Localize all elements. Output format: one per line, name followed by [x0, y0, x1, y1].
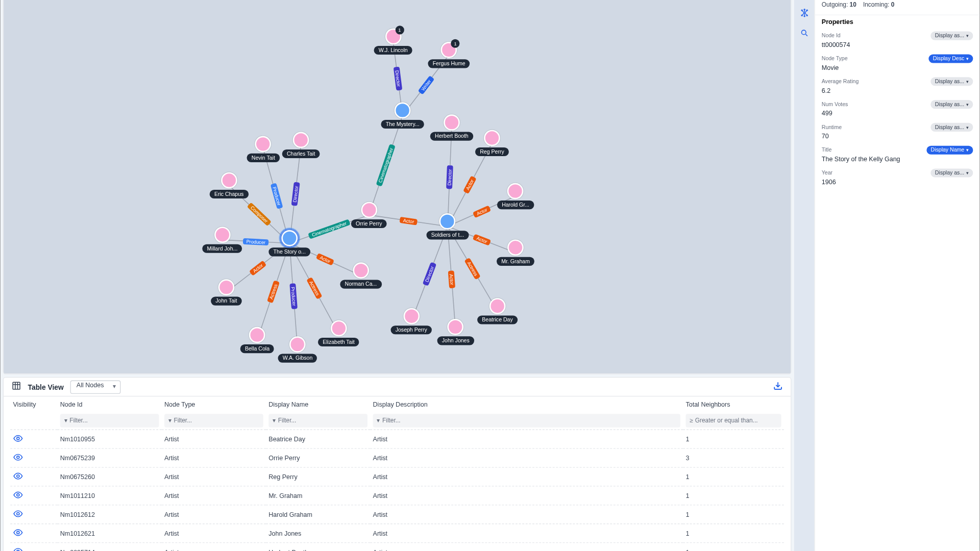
graph-node[interactable]: Harold Gr... — [497, 183, 534, 209]
svg-point-33 — [17, 456, 19, 459]
svg-rect-31 — [13, 382, 20, 389]
property-label: Node Id — [822, 33, 841, 39]
property-value: 6.2 — [822, 87, 973, 94]
graph-node[interactable]: Charles Tait — [282, 132, 320, 158]
property-label: Runtime — [822, 124, 842, 130]
visibility-toggle-icon[interactable] — [13, 532, 23, 539]
visibility-toggle-icon[interactable] — [13, 494, 23, 501]
table-filter-select[interactable]: All Nodes — [70, 380, 120, 393]
table-row[interactable]: Nm1011210ArtistMr. GrahamArtist1 — [10, 486, 784, 505]
graph-node[interactable]: W.A. Gibson — [278, 336, 317, 362]
property-item: TitleDisplay NameThe Story of the Kelly … — [815, 144, 980, 167]
property-item: Num VotesDisplay as...499 — [815, 98, 980, 121]
col-display-name[interactable]: Display Name — [266, 396, 370, 412]
display-as-pill[interactable]: Display as... — [931, 123, 973, 132]
filter-neighbors[interactable]: ≥ Greater or equal than... — [686, 414, 781, 428]
edge-label[interactable]: Director — [446, 165, 453, 189]
download-icon[interactable] — [773, 381, 782, 393]
col-display-desc[interactable]: Display Description — [370, 396, 683, 412]
graph-node[interactable]: Reg Perry — [475, 130, 509, 156]
visibility-toggle-icon[interactable] — [13, 513, 23, 520]
graph-node[interactable]: Nevin Tait — [247, 136, 280, 162]
property-item: YearDisplay as...1906 — [815, 166, 980, 189]
property-label: Title — [822, 147, 832, 153]
display-as-pill[interactable]: Display as... — [931, 100, 973, 109]
graph-node[interactable]: Soldiers of t... — [427, 213, 469, 239]
details-panel: Details View ✕ Movie The Story of the Ke… — [814, 0, 979, 551]
table-row[interactable]: Nm0675239ArtistOrrie PerryArtist3 — [10, 448, 784, 467]
table-row[interactable]: Nm1012621ArtistJohn JonesArtist1 — [10, 524, 784, 543]
property-label: Year — [822, 170, 832, 176]
table-panel: Table View All Nodes Visibility Node Id … — [3, 377, 792, 551]
side-rail — [794, 0, 815, 551]
table-icon — [12, 381, 21, 393]
property-item: Node TypeDisplay DescMovie — [815, 52, 980, 75]
graph-node[interactable]: Herbert Booth — [430, 114, 473, 140]
property-value: 499 — [822, 109, 973, 116]
edge-label[interactable]: Producer — [243, 238, 269, 245]
table-row[interactable]: Nm1012612ArtistHarold GrahamArtist1 — [10, 505, 784, 524]
display-as-pill[interactable]: Display as... — [931, 168, 973, 177]
svg-point-36 — [17, 513, 19, 515]
svg-point-35 — [17, 494, 19, 496]
table-row[interactable]: Nm1010955ArtistBeatrice DayArtist1 — [10, 430, 784, 448]
visibility-toggle-icon[interactable] — [13, 475, 23, 482]
graph-panel: Graph View Layout Force Directed (F0Cose… — [3, 0, 792, 374]
graph-node[interactable]: Elizabeth Tait — [318, 320, 359, 346]
graph-node[interactable]: John Tait — [211, 279, 241, 305]
graph-node[interactable]: John Jones — [437, 319, 474, 345]
property-value: The Story of the Kelly Gang — [822, 155, 973, 162]
svg-point-50 — [801, 30, 806, 34]
col-node-id[interactable]: Node Id — [58, 396, 162, 412]
svg-point-48 — [803, 9, 804, 10]
property-value: 70 — [822, 132, 973, 139]
svg-point-49 — [803, 15, 804, 16]
visibility-toggle-icon[interactable] — [13, 438, 23, 445]
svg-point-34 — [17, 475, 19, 478]
filter-display-desc[interactable]: ▾ Filter... — [373, 414, 680, 428]
graph-node[interactable]: Beatrice Day — [477, 298, 518, 324]
display-as-pill[interactable]: Display Name — [927, 146, 973, 155]
graph-node[interactable]: Millard Joh... — [202, 227, 242, 253]
svg-point-32 — [17, 437, 19, 440]
table-row[interactable]: Nm0675260ArtistReg PerryArtist1 — [10, 467, 784, 486]
property-value: tt0000574 — [822, 41, 973, 48]
graph-node[interactable]: 1W.J. Lincoln — [374, 29, 412, 55]
property-value: Movie — [822, 64, 973, 71]
graph-node[interactable]: The Mystery... — [381, 103, 424, 129]
col-total-neighbors[interactable]: Total Neighbors — [683, 396, 784, 412]
property-item: RuntimeDisplay as...70 — [815, 121, 980, 144]
filter-node-id[interactable]: ▾ Filter... — [60, 414, 159, 428]
table-view-title: Table View — [28, 383, 64, 391]
nodes-table: Visibility Node Id Node Type Display Nam… — [10, 396, 784, 551]
property-label: Node Type — [822, 56, 848, 62]
graph-node[interactable]: Eric Chapus — [210, 172, 249, 198]
display-as-pill[interactable]: Display as... — [931, 77, 973, 86]
property-label: Num Votes — [822, 102, 848, 108]
property-label: Average Rating — [822, 79, 859, 85]
table-row[interactable]: Nm0095714ArtistHerbert BoothArtist1 — [10, 543, 784, 551]
property-item: Average RatingDisplay as...6.2 — [815, 75, 980, 98]
visibility-toggle-icon[interactable] — [13, 457, 23, 464]
graph-node[interactable]: Norman Ca... — [340, 262, 381, 288]
filter-node-type[interactable]: ▾ Filter... — [164, 414, 263, 428]
graph-canvas[interactable]: ProducerDirectorComposerProducerActorAct… — [4, 0, 791, 373]
graph-node[interactable]: Bella Cola — [240, 327, 275, 353]
svg-point-43 — [803, 12, 805, 13]
rail-neighbors-icon[interactable] — [797, 5, 812, 20]
property-value: 1906 — [822, 178, 973, 185]
neighbors-counts: Outgoing: 10 Incoming: 0 — [815, 0, 980, 15]
graph-node[interactable]: Joseph Perry — [391, 308, 432, 334]
filter-display-name[interactable]: ▾ Filter... — [268, 414, 368, 428]
graph-node[interactable]: Mr. Graham — [497, 239, 534, 265]
svg-point-37 — [17, 532, 19, 534]
graph-node[interactable]: Orrie Perry — [351, 202, 387, 228]
graph-node[interactable]: The Story o... — [268, 230, 310, 256]
col-node-type[interactable]: Node Type — [162, 396, 266, 412]
col-visibility[interactable]: Visibility — [10, 396, 57, 412]
rail-search-icon[interactable] — [797, 26, 812, 40]
graph-node[interactable]: 1Fergus Hume — [428, 42, 470, 68]
property-item: Node IdDisplay as...tt0000574 — [815, 30, 980, 53]
display-as-pill[interactable]: Display Desc — [929, 54, 973, 63]
display-as-pill[interactable]: Display as... — [931, 32, 973, 40]
